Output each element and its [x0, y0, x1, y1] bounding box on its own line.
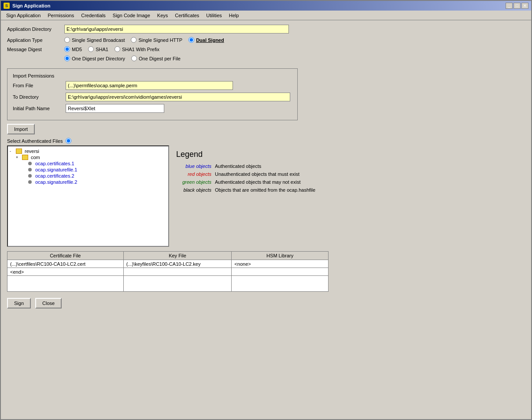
sign-button[interactable]: Sign: [7, 298, 31, 308]
cert-row-empty: [7, 276, 329, 292]
tree-item-sig2[interactable]: ocap.signaturefile.2: [10, 179, 166, 185]
to-directory-input[interactable]: [66, 93, 290, 101]
legend-key-red: red objects: [176, 171, 211, 177]
tree-item-reversi[interactable]: - reversi: [10, 148, 166, 154]
tree-label-sig2: ocap.signaturefile.2: [35, 179, 77, 185]
to-directory-label: To Directory: [13, 94, 66, 100]
app-type-broadcast[interactable]: Single Signed Broadcast: [64, 37, 125, 43]
file-dot-certs2: [28, 174, 32, 178]
menu-help[interactable]: Help: [225, 12, 243, 19]
digest-per-dir[interactable]: One Digest per Directory: [64, 56, 125, 61]
from-file-row: From File: [13, 81, 292, 90]
initial-path-label: Initial Path Name: [13, 106, 66, 111]
menu-sign-code-image[interactable]: Sign Code Image: [109, 12, 154, 19]
app-type-dual[interactable]: Dual Signed: [188, 37, 224, 43]
digest-mode-row: One Digest per Directory One Digest per …: [7, 56, 525, 61]
app-type-http[interactable]: Single Signed HTTP: [131, 37, 182, 43]
menu-keys[interactable]: Keys: [154, 12, 171, 19]
app-type-label: Application Type: [7, 37, 64, 43]
bottom-buttons: Sign Close: [7, 298, 525, 308]
close-button[interactable]: ✕: [521, 3, 528, 9]
digest-per-dir-label: One Digest per Directory: [72, 56, 125, 61]
tree-label-certs2: ocap.certificates.2: [35, 173, 74, 178]
legend-value-black: Objects that are omitted from the ocap.h…: [215, 187, 315, 193]
menu-sign-application[interactable]: Sign Application: [3, 12, 44, 19]
legend-title: Legend: [176, 150, 315, 159]
expand-icon-com: +: [16, 155, 20, 160]
app-directory-input[interactable]: [64, 25, 289, 33]
close-button[interactable]: Close: [35, 298, 62, 308]
cert-table: Certificate File Key File HSM Library (.…: [7, 251, 329, 292]
legend-row-green: green objects Authenticated objects that…: [176, 179, 315, 185]
tree-label-certs1: ocap.certificates.1: [35, 161, 74, 166]
legend-key-black: black objects: [176, 187, 211, 193]
main-window: S Sign Application _ □ ✕ Sign Applicatio…: [0, 0, 532, 420]
title-buttons: _ □ ✕: [506, 3, 528, 9]
cert-row-2[interactable]: <end>: [7, 268, 329, 276]
menu-utilities[interactable]: Utilities: [203, 12, 225, 19]
legend-row-black: black objects Objects that are omitted f…: [176, 187, 315, 193]
tree-item-sig1[interactable]: ocap.signaturefile.1: [10, 167, 166, 173]
menu-permissions[interactable]: Permissions: [44, 12, 78, 19]
digest-mode-radio-group: One Digest per Directory One Digest per …: [64, 56, 181, 61]
hsm-cell-1: <none>: [232, 260, 329, 268]
legend-section: Legend blue objects Authenticated object…: [176, 145, 315, 247]
minimize-button[interactable]: _: [506, 3, 513, 9]
digest-sha1-label: SHA1: [96, 47, 108, 52]
digest-md5-label: MD5: [72, 47, 82, 52]
file-tree[interactable]: - reversi + com ocap.certificates.1: [7, 145, 169, 247]
digest-per-file-label: One Digest per File: [139, 56, 181, 61]
tree-item-certs1[interactable]: ocap.certificates.1: [10, 160, 166, 167]
digest-sha1-prefix[interactable]: SHA1 With Prefix: [115, 46, 159, 52]
tree-item-certs2[interactable]: ocap.certificates.2: [10, 173, 166, 179]
digest-sha1[interactable]: SHA1: [88, 46, 108, 52]
from-file-input[interactable]: [66, 81, 233, 90]
tree-item-com[interactable]: + com: [10, 154, 166, 160]
maximize-button[interactable]: □: [514, 3, 521, 9]
legend-key-blue: blue objects: [176, 164, 211, 169]
title-bar-left: S Sign Application: [4, 3, 50, 9]
cert-cell-empty: [7, 276, 124, 292]
menu-credentials[interactable]: Credentials: [78, 12, 109, 19]
app-directory-label: Application Directory: [7, 26, 64, 32]
key-cell-1: (...)\keyfiles\RC100-CA10-LC2.key: [123, 260, 232, 268]
digest-per-file[interactable]: One Digest per File: [131, 56, 181, 61]
col-key-file: Key File: [123, 252, 232, 260]
digest-sha1-prefix-label: SHA1 With Prefix: [122, 47, 159, 52]
hsm-cell-empty: [232, 276, 329, 292]
app-type-http-label: Single Signed HTTP: [138, 37, 182, 43]
window-title: Sign Application: [12, 3, 50, 8]
cert-row-1[interactable]: (...)\certfiles\RC100-CA10-LC2.cert (...…: [7, 260, 329, 268]
menu-bar: Sign Application Permissions Credentials…: [1, 11, 531, 20]
import-button-row: Import: [7, 124, 525, 134]
main-content: Application Directory Application Type S…: [1, 20, 531, 419]
message-digest-label: Message Digest: [7, 47, 64, 52]
app-directory-row: Application Directory: [7, 25, 525, 33]
file-dot-certs1: [28, 162, 32, 165]
tree-label-reversi: reversi: [25, 149, 39, 154]
folder-icon-reversi: [16, 149, 22, 154]
tree-label-sig1: ocap.signaturefile.1: [35, 167, 77, 172]
digest-md5[interactable]: MD5: [64, 46, 82, 52]
app-type-row: Application Type Single Signed Broadcast…: [7, 37, 525, 43]
tree-label-com: com: [31, 155, 40, 160]
cert-cell-1: (...)\certfiles\RC100-CA10-LC2.cert: [7, 260, 124, 268]
select-auth-radio[interactable]: [66, 138, 71, 144]
hsm-cell-2: [232, 268, 329, 276]
import-permissions-section: Import Permissions From File To Director…: [7, 68, 298, 120]
col-hsm-library: HSM Library: [232, 252, 329, 260]
folder-icon-com: [22, 155, 28, 160]
select-auth-row: Select Authenticated Files: [7, 138, 525, 144]
title-bar: S Sign Application _ □ ✕: [1, 1, 531, 11]
menu-certificates[interactable]: Certificates: [171, 12, 203, 19]
legend-value-blue: Authenticated objects: [215, 164, 261, 169]
message-digest-radio-group: MD5 SHA1 SHA1 With Prefix: [64, 46, 159, 52]
initial-path-input[interactable]: [66, 104, 164, 113]
initial-path-row: Initial Path Name: [13, 104, 292, 113]
select-auth-label: Select Authenticated Files: [7, 138, 63, 144]
app-type-radio-group: Single Signed Broadcast Single Signed HT…: [64, 37, 224, 43]
app-type-broadcast-label: Single Signed Broadcast: [72, 37, 125, 43]
file-dot-sig2: [28, 180, 32, 184]
import-button[interactable]: Import: [7, 124, 35, 134]
app-type-dual-label: Dual Signed: [196, 37, 224, 43]
